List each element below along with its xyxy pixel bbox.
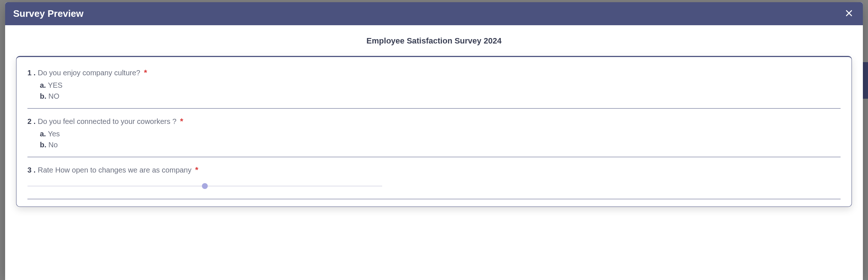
option-letter: b. [40,92,46,100]
option-text: No [48,141,58,149]
question-text: Rate How open to changes we are as compa… [38,166,191,174]
modal-header: Survey Preview [5,2,863,25]
option-item: a. YES [40,80,841,91]
question-number: 1 . [27,69,35,77]
question-block: 3 . Rate How open to changes we are as c… [27,165,841,192]
question-text: Do you feel connected to your coworkers … [38,117,176,126]
question-number: 2 . [27,117,35,126]
required-marker: * [144,68,147,77]
options-list: a. YES b. NO [27,80,841,102]
option-text: YES [48,81,63,89]
question-line: 2 . Do you feel connected to your cowork… [27,117,841,126]
slider-thumb[interactable] [202,183,208,189]
slider-container [27,177,841,192]
required-marker: * [195,165,199,175]
option-item: b. NO [40,91,841,102]
option-item: b. No [40,139,841,150]
rating-slider[interactable] [27,183,382,189]
question-line: 1 . Do you enjoy company culture? * [27,68,841,77]
close-icon [845,9,853,19]
option-letter: a. [40,130,46,138]
option-item: a. Yes [40,128,841,139]
close-button[interactable] [843,7,855,20]
option-text: NO [48,92,59,100]
question-number: 3 . [27,166,35,174]
survey-title: Employee Satisfaction Survey 2024 [5,36,863,46]
question-line: 3 . Rate How open to changes we are as c… [27,165,841,175]
survey-card: 1 . Do you enjoy company culture? * a. Y… [16,56,852,207]
question-block: 1 . Do you enjoy company culture? * a. Y… [27,68,841,102]
question-block: 2 . Do you feel connected to your cowork… [27,117,841,150]
option-letter: b. [40,141,46,149]
survey-preview-modal: Survey Preview Employee Satisfaction Sur… [5,2,863,280]
required-marker: * [180,117,183,126]
modal-body: Employee Satisfaction Survey 2024 1 . Do… [5,25,863,280]
question-divider [27,157,841,157]
question-divider [27,108,841,109]
option-text: Yes [48,130,60,138]
option-letter: a. [40,81,46,89]
options-list: a. Yes b. No [27,128,841,150]
question-divider [27,199,841,199]
question-text: Do you enjoy company culture? [38,69,140,77]
modal-title: Survey Preview [13,8,83,19]
